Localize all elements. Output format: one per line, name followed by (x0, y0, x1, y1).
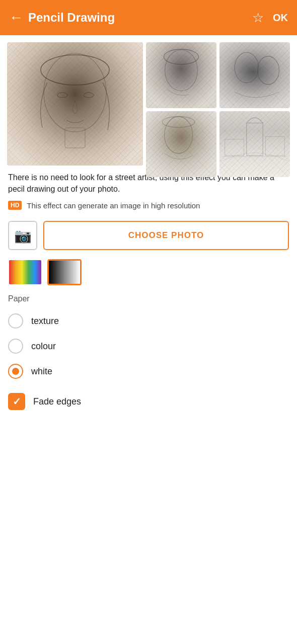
radio-texture-label: texture (31, 316, 59, 327)
radio-white-fill (12, 368, 19, 375)
fade-edges-label: Fade edges (33, 396, 81, 407)
paper-option-white[interactable]: white (8, 359, 289, 384)
choose-photo-button[interactable]: CHOOSE PHOTO (43, 221, 289, 250)
thumbnail-col (146, 42, 290, 164)
header-left: ← Pencil Drawing (9, 10, 115, 26)
back-button[interactable]: ← (9, 10, 23, 26)
thumb-4 (219, 111, 290, 177)
paper-option-colour[interactable]: colour (8, 334, 289, 359)
color-swatch[interactable] (8, 259, 42, 285)
radio-colour[interactable] (8, 339, 23, 354)
thumb-2 (219, 42, 290, 108)
main-preview (7, 42, 143, 166)
radio-colour-label: colour (31, 341, 56, 352)
preview-grid (0, 35, 297, 169)
header-right: ☆ OK (252, 10, 288, 26)
bw-swatch[interactable] (47, 259, 82, 285)
fade-edges-row[interactable]: ✓ Fade edges (0, 386, 297, 415)
ok-button[interactable]: OK (273, 12, 288, 24)
paper-option-texture[interactable]: texture (8, 308, 289, 334)
camera-button[interactable]: 📷 (8, 221, 37, 250)
thumb-1 (146, 42, 216, 108)
paper-label: Paper (8, 294, 289, 303)
bw-swatch-fill (49, 261, 80, 284)
hd-row: HD This effect can generate an image in … (8, 201, 289, 210)
camera-icon: 📷 (14, 227, 32, 244)
page-title: Pencil Drawing (28, 11, 115, 25)
rainbow-swatch-fill (9, 260, 41, 284)
star-button[interactable]: ☆ (252, 10, 264, 26)
thumb-3 (146, 111, 216, 177)
bottom-thumbnails (146, 111, 290, 177)
choose-photo-row: 📷 CHOOSE PHOTO (0, 214, 297, 257)
app-header: ← Pencil Drawing ☆ OK (0, 0, 297, 35)
fade-edges-checkbox[interactable]: ✓ (8, 393, 25, 410)
hd-badge: HD (8, 201, 22, 210)
radio-white[interactable] (8, 364, 23, 379)
radio-texture[interactable] (8, 313, 23, 329)
radio-white-label: white (31, 366, 52, 377)
top-thumbnails (146, 42, 290, 108)
hd-description: This effect can generate an image in hig… (27, 201, 200, 210)
checkmark-icon: ✓ (13, 395, 21, 408)
color-mode-row (0, 257, 297, 292)
paper-section: Paper texture colour white (0, 292, 297, 386)
